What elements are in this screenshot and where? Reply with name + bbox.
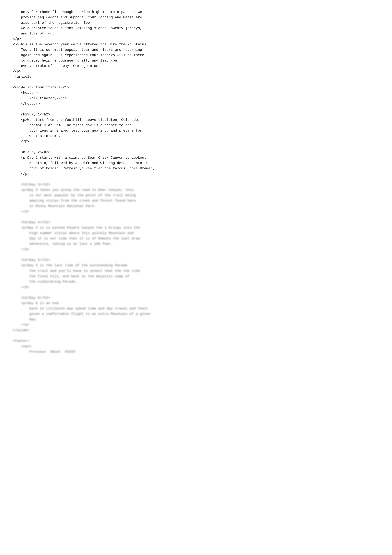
code-line: every stroke of the way. Come join us! xyxy=(13,63,379,69)
code-line: <nav> xyxy=(13,344,379,349)
code-line: </p> xyxy=(13,209,379,214)
code-line: <p>Day 5 is the last ride of the outstan… xyxy=(13,263,379,268)
code-line: <aside id="tour_itinerary"> xyxy=(13,85,379,90)
code-line: </article> xyxy=(13,74,379,80)
code-line: to guide, help, encourage, draft, and le… xyxy=(13,58,379,63)
code-line: is our most popular by the point of the … xyxy=(13,193,379,198)
code-line: day. xyxy=(13,317,379,322)
code-line: again and again. Our experienced tour le… xyxy=(13,53,379,58)
code-line: <p>Day 2 starts with a climb up Bear Cre… xyxy=(13,155,379,161)
code-line xyxy=(13,177,379,182)
code-line: <p>Day 3 takes you along the road to Dee… xyxy=(13,187,379,193)
code-line xyxy=(13,252,379,257)
code-line: back in Littleton may spend time and day… xyxy=(13,306,379,311)
code-line: in Rocky Mountain National Park. xyxy=(13,204,379,209)
code-line: <h2>Day 3</h2> xyxy=(13,182,379,187)
code-line xyxy=(13,80,379,85)
code-line: your legs in shape, test your gearing, a… xyxy=(13,128,379,133)
code-line: promptly at 9am. The first day is a chan… xyxy=(13,123,379,128)
code-line: town of Golden. Refresh yourself at the … xyxy=(13,166,379,171)
code-line xyxy=(13,214,379,220)
code-line: Previous About XXXXX xyxy=(13,349,379,355)
code-line: </p> xyxy=(13,322,379,328)
code-line: </p> xyxy=(13,69,379,74)
code-line: the trail and you'll have to select that… xyxy=(13,268,379,274)
code-line: We guarantee tough climbs, amazing sight… xyxy=(13,26,379,31)
code-line: </header> xyxy=(13,101,379,107)
code-line: <footer> xyxy=(13,338,379,344)
code-line: also part of the registration fee. xyxy=(13,20,379,26)
code-line: <p>This is the seventh year we've offere… xyxy=(13,42,379,47)
code-line: <p>We start from the foothills above Lit… xyxy=(13,117,379,123)
code-line: </p> xyxy=(13,36,379,42)
code-line: amazing vistas from the creek and forest… xyxy=(13,198,379,204)
code-line: <header> xyxy=(13,90,379,96)
code-line: <p>Day 4 is to ascend Poudre Canyon the … xyxy=(13,225,379,231)
code-line: </p> xyxy=(13,285,379,290)
code-line: and lots of fun. xyxy=(13,31,379,36)
code-line: <h2>Day 6</h2> xyxy=(13,295,379,301)
code-line: high summer vistas where this quickly Mo… xyxy=(13,231,379,236)
code-line: Tour. It is our most popular tour and ri… xyxy=(13,47,379,53)
code-line xyxy=(13,107,379,112)
code-line: <h2>Day 1</h2> xyxy=(13,112,379,117)
code-line: <h1>Itinerary</h1> xyxy=(13,96,379,101)
code-line xyxy=(13,144,379,150)
code-line: </p> xyxy=(13,247,379,252)
code-line: adventure, taking us at last a 100 feet. xyxy=(13,241,379,247)
code-line: <p>Day 6 is an end. xyxy=(13,301,379,306)
code-line: only for those fit enough to ride high m… xyxy=(13,9,379,15)
code-line: provide sag wagons and support. Your lod… xyxy=(13,15,379,20)
code-line xyxy=(13,290,379,295)
code-line xyxy=(13,333,379,338)
code-line: </aside> xyxy=(13,328,379,333)
code-line: </p> xyxy=(13,139,379,144)
code-line: the culminating Parade. xyxy=(13,279,379,285)
code-line: <h2>Day 4</h2> xyxy=(13,220,379,225)
code-line: day it is our side that it is of Remote … xyxy=(13,236,379,241)
code-line: <h2>Day 2</h2> xyxy=(13,150,379,155)
code-line: </p> xyxy=(13,171,379,177)
code-content: only for those fit enough to ride high m… xyxy=(13,9,379,355)
code-line: given a comfortable flight to an extra M… xyxy=(13,311,379,317)
code-line: Mountain, followed by a swift and windin… xyxy=(13,161,379,166)
code-line: the final hill, and back in the majestic… xyxy=(13,274,379,279)
code-line: <h2>Day 5</h2> xyxy=(13,257,379,263)
code-line: what's to come. xyxy=(13,133,379,139)
